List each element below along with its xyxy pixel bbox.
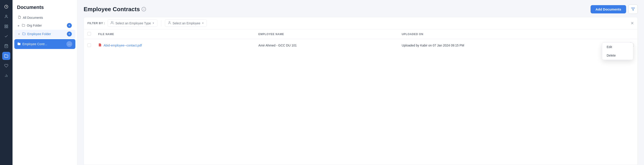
- svg-point-1: [6, 15, 7, 16]
- clock-icon[interactable]: [2, 3, 10, 11]
- svg-rect-5: [7, 27, 8, 28]
- sidebar-item-employee-folder[interactable]: ▼ Employee Folder +: [14, 30, 75, 38]
- sidebar-item-all-documents-label: All Documents: [23, 16, 43, 20]
- svg-point-12: [169, 22, 170, 22]
- sidebar-title: Documents: [12, 4, 77, 14]
- header-actions: Add Documents: [590, 4, 638, 14]
- org-folder-add-button[interactable]: +: [67, 23, 72, 28]
- row-checkbox-cell: [84, 39, 94, 52]
- filter-by-label: FILTER BY :: [88, 22, 105, 25]
- active-folder-icon: [18, 42, 20, 46]
- main-content: Employee Contracts i Add Documents FILTE…: [77, 0, 644, 165]
- employee-name: Amir Ahmed - GCC DU 101: [258, 44, 297, 47]
- expand-icon: ▶: [18, 24, 20, 27]
- context-menu-edit[interactable]: Edit: [602, 43, 633, 51]
- svg-rect-2: [5, 25, 6, 26]
- sidebar-item-all-documents[interactable]: All Documents: [14, 14, 75, 21]
- employee-filter[interactable]: Select an Employee ▼: [165, 20, 207, 27]
- documents-table-container: FILE NAME EMPLOYEE NAME UPLOADED ON: [84, 29, 638, 165]
- svg-rect-4: [5, 27, 6, 28]
- file-name: Abid-employee--contact.pdf: [104, 44, 142, 47]
- context-menu-delete[interactable]: Delete: [602, 51, 633, 60]
- document-icon: [18, 16, 21, 20]
- employee-type-icon: [110, 21, 114, 25]
- row-checkbox[interactable]: [88, 43, 91, 47]
- close-filter-button[interactable]: ✕: [630, 21, 634, 26]
- info-icon[interactable]: i: [142, 7, 146, 12]
- documents-table: FILE NAME EMPLOYEE NAME UPLOADED ON: [84, 29, 638, 52]
- add-documents-button[interactable]: Add Documents: [590, 5, 626, 14]
- sidebar-item-org-folder[interactable]: ▶ Org Folder +: [14, 21, 75, 30]
- uploaded-on-header: UPLOADED ON: [398, 29, 638, 39]
- filter-bar: FILTER BY : Select an Employee Type ▼ Se…: [84, 17, 638, 29]
- active-item-more-button[interactable]: ···: [66, 41, 72, 47]
- employee-placeholder: Select an Employee: [173, 22, 200, 25]
- employee-type-chevron: ▼: [152, 22, 154, 24]
- file-name-header: FILE NAME: [94, 29, 255, 39]
- table-row: Abid-employee--contact.pdf Amir Ahmed - …: [84, 39, 638, 52]
- pdf-icon: [98, 43, 102, 48]
- sidebar-item-employee-folder-label: Employee Folder: [27, 32, 51, 36]
- person-icon[interactable]: [2, 12, 10, 20]
- chart-icon[interactable]: [2, 72, 10, 80]
- main-header: Employee Contracts i Add Documents: [77, 0, 644, 14]
- bag-icon[interactable]: [2, 42, 10, 50]
- file-name-cell: Abid-employee--contact.pdf: [94, 39, 255, 52]
- grid-icon[interactable]: [2, 22, 10, 30]
- employee-type-filter[interactable]: Select an Employee Type ▼: [108, 20, 157, 27]
- employee-name-cell: Amir Ahmed - GCC DU 101: [255, 39, 398, 52]
- org-folder-icon: [22, 24, 25, 28]
- folder-nav-icon[interactable]: [2, 52, 10, 60]
- filter-button[interactable]: [628, 4, 638, 14]
- svg-point-11: [111, 22, 112, 22]
- uploaded-on-cell: Uploaded by Kabir on 07 Jan 2024 09:15 P…: [398, 39, 638, 52]
- employee-icon: [168, 21, 171, 25]
- active-item-label: Employee Contr...: [22, 42, 47, 46]
- select-all-checkbox[interactable]: [88, 32, 91, 36]
- select-all-header: [84, 29, 94, 39]
- page-title: Employee Contracts i: [84, 6, 146, 13]
- uploaded-on-text: Uploaded by Kabir on 07 Jan 2024 09:15 P…: [402, 44, 464, 47]
- file-link[interactable]: Abid-employee--contact.pdf: [98, 43, 251, 48]
- check-icon[interactable]: [2, 32, 10, 40]
- context-menu: Edit Delete: [602, 42, 633, 60]
- nav-bar: [0, 0, 12, 165]
- heart-icon[interactable]: [2, 62, 10, 70]
- employee-chevron: ▼: [202, 22, 204, 24]
- employee-type-placeholder: Select an Employee Type: [116, 22, 151, 25]
- employee-name-header: EMPLOYEE NAME: [255, 29, 398, 39]
- sidebar: Documents All Documents ▶ Org Folder + ▼…: [12, 0, 77, 165]
- sidebar-active-item-employee-contracts[interactable]: Employee Contr... ···: [14, 39, 75, 49]
- svg-marker-10: [632, 8, 634, 10]
- sidebar-item-org-folder-label: Org Folder: [27, 24, 42, 27]
- employee-folder-icon: [22, 32, 26, 36]
- svg-rect-3: [7, 25, 8, 26]
- collapse-icon: ▼: [18, 33, 20, 35]
- employee-folder-add-button[interactable]: +: [67, 32, 72, 36]
- filter-divider: [161, 20, 161, 26]
